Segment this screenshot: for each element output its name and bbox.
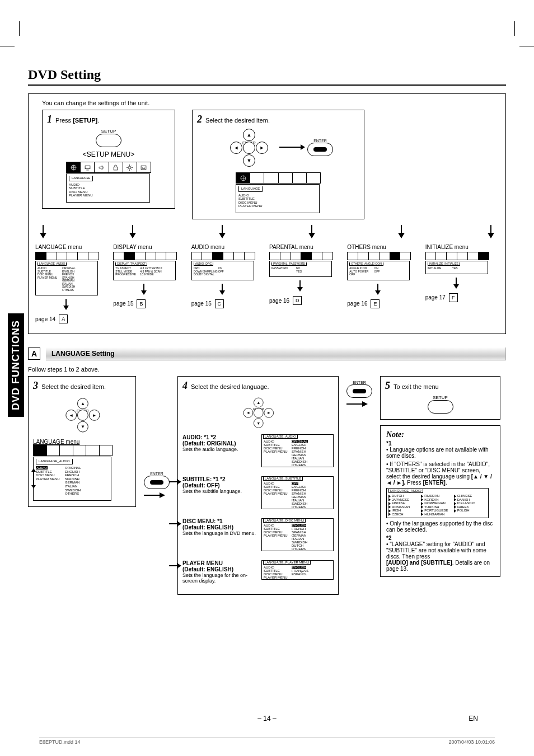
step-1-number: 1 (47, 114, 52, 125)
updown-arrow-icon (30, 467, 38, 490)
icon-strip-step1: Init (66, 162, 151, 173)
others-panel: LANGUAGE_AUDIO DUTCHRUSSIANCHINESEJAPANE… (386, 488, 489, 518)
speaker-icon (95, 162, 109, 172)
section-a-header: A LANGUAGE Setting (28, 348, 506, 360)
setup-menu-step2: LANGUAGE AUDIO SUBTITLE DISC MENU PLAYER… (236, 184, 320, 213)
section-a-title: LANGUAGE Setting (46, 348, 506, 360)
svg-text:Init: Init (142, 167, 146, 169)
arrow-down-icon (218, 225, 227, 240)
enter-button-icon[interactable] (346, 384, 372, 398)
speaker-icon (264, 173, 278, 183)
menu-col-1: DISPLAY menu DISPLAY_TV ASPECTTV ASPECT4… (113, 244, 186, 324)
arrow-down-icon (128, 225, 137, 240)
globe-icon (236, 173, 250, 183)
title-rule (28, 84, 506, 86)
footer-lang: EN (469, 715, 478, 722)
setup-button-icon[interactable] (428, 400, 453, 414)
arrow-down-icon (307, 225, 316, 240)
svg-rect-2 (114, 167, 118, 170)
step-1-heading: <SETUP MENU> (47, 151, 170, 158)
enter-button-icon[interactable] (307, 143, 333, 156)
gear-icon (123, 162, 137, 172)
init-icon (307, 173, 320, 183)
follow-text: Follow steps 1 to 2 above. (28, 366, 506, 373)
section-a-letter: A (28, 348, 40, 360)
tv-icon (81, 162, 95, 172)
page-title: DVD Setting (28, 67, 506, 82)
arrow-right-icon (279, 147, 302, 148)
arrow-right-icon (144, 491, 166, 499)
menu-col-3: PARENTAL menu PARENTAL_PASSWORDPASSWORDN… (269, 244, 343, 324)
step-5: 5To exit the menu SETUP (380, 376, 500, 420)
step-2-number: 2 (197, 114, 202, 125)
menu-col-2: AUDIO menu AUDIO_DRCDRCONDOWN SAMPLINGOF… (191, 244, 265, 324)
tv-icon (250, 173, 264, 183)
step-1: 1 Press [SETUP]. SETUP <SETUP MENU> Init (42, 110, 175, 209)
dpad-icon[interactable]: ENTER ▲▼◄► (223, 128, 274, 167)
arrow-down-icon (486, 225, 495, 240)
icon-strip-step3 (33, 445, 113, 456)
step-1-text: Press [SETUP]. (55, 117, 99, 124)
globe-icon (67, 162, 81, 172)
globe-icon (34, 445, 47, 456)
arrow-down-icon (397, 225, 406, 240)
step-3: 3Select the desired item. ENTER ▲▼◄► LAN… (28, 376, 136, 506)
step-2: 2 Select the desired item. ENTER ▲▼◄► EN… (192, 110, 364, 219)
intro-text: You can change the settings of the unit. (42, 100, 499, 106)
setup-label: SETUP (47, 129, 170, 134)
setup-button-icon[interactable] (96, 134, 121, 147)
arrow-right-icon (346, 400, 369, 408)
side-tab: DVD FUNCTIONS (8, 313, 24, 417)
dpad-icon[interactable]: ENTER ▲▼◄► (238, 397, 278, 428)
lock-icon (279, 173, 293, 183)
job-line: E6EPTUD.indd 142007/04/03 10:01:06 (39, 738, 495, 745)
page-footer: – 14 – (0, 715, 534, 722)
step-2-text: Select the desired item. (205, 117, 270, 124)
menu-col-4: OTHERS menu OTHERS_ANGLE ICONANGLE ICONO… (347, 244, 420, 324)
init-icon: Init (137, 162, 151, 172)
step-3-heading: LANGUAGE menu (33, 439, 131, 445)
lock-icon (109, 162, 123, 172)
step-4: 4Select the desired language. ENTER ▲▼◄►… (177, 376, 339, 595)
note-box: Note: *1 • Language options are not avai… (380, 425, 500, 577)
gear-icon (293, 173, 307, 183)
setup-menu-step1: LANGUAGE AUDIO SUBTITLE DISC MENU PLAYER… (66, 173, 150, 203)
menu-col-5: INITIALIZE menu INITIALIZE_INITIALIZEINI… (425, 244, 499, 324)
menu-col-0: LANGUAGE menu LANGUAGE_AUDIOAUDIOORIGINA… (35, 244, 109, 324)
svg-point-3 (129, 166, 131, 168)
step-3-menu: LANGUAGE_AUDIOAUDIOORIGINALSUBTITLEENGLI… (33, 457, 111, 500)
enter-button-icon[interactable] (144, 476, 170, 489)
arrow-down-icon (39, 225, 48, 240)
svg-rect-1 (85, 166, 90, 169)
icon-strip-step2 (236, 172, 321, 184)
overview-box: You can change the settings of the unit.… (28, 93, 506, 334)
dpad-icon[interactable]: ENTER ▲▼◄► (59, 397, 105, 433)
